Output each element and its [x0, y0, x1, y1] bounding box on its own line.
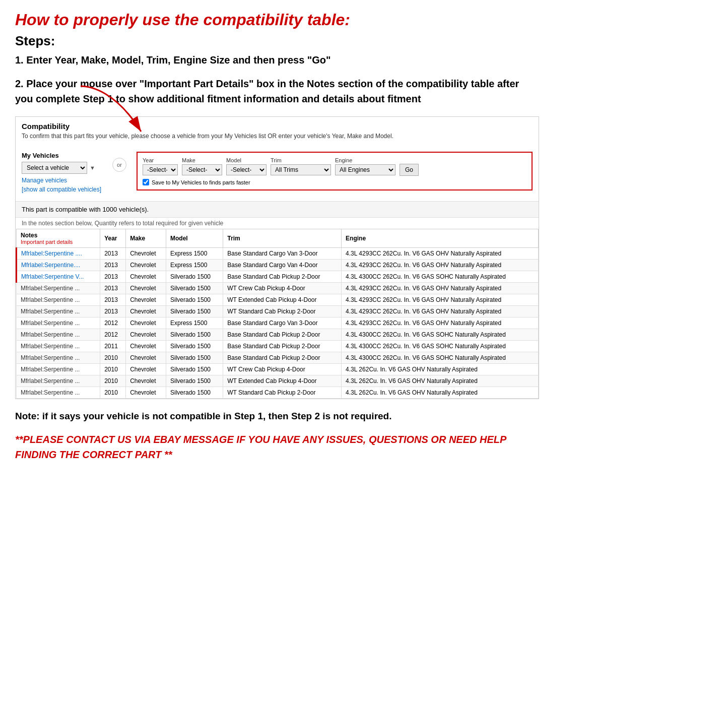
model-cell: Express 1500 — [166, 317, 223, 329]
dropdown-arrow-icon: ▼ — [90, 165, 95, 171]
compat-title: Compatibility — [22, 122, 533, 131]
make-header: Make — [126, 229, 166, 248]
trim-header: Trim — [223, 229, 342, 248]
trim-cell: Base Standard Cab Pickup 2-Door — [223, 352, 342, 364]
table-row: Mfrlabel:Serpentine V... 2013 Chevrolet … — [17, 271, 539, 283]
model-cell: Express 1500 — [166, 248, 223, 260]
compat-header: Compatibility To confirm that this part … — [16, 117, 539, 148]
make-cell: Chevrolet — [126, 294, 166, 306]
table-header-row: Notes Important part details Year Make M… — [17, 229, 539, 248]
engine-label: Engine — [335, 157, 395, 163]
engine-cell: 4.3L 4293CC 262Cu. In. V6 GAS OHV Natura… — [342, 248, 539, 260]
make-cell: Chevrolet — [126, 329, 166, 341]
trim-cell: WT Standard Cab Pickup 2-Door — [223, 387, 342, 399]
show-all-link[interactable]: [show all compatible vehicles] — [22, 186, 102, 193]
manage-vehicles-link[interactable]: Manage vehicles — [22, 177, 102, 184]
ymm-row: Year -Select- Make -Select- — [143, 157, 526, 176]
engine-cell: 4.3L 4300CC 262Cu. In. V6 GAS SOHC Natur… — [342, 352, 539, 364]
trim-cell: Base Standard Cargo Van 3-Door — [223, 248, 342, 260]
make-cell: Chevrolet — [126, 387, 166, 399]
make-cell: Chevrolet — [126, 271, 166, 283]
year-cell: 2011 — [100, 341, 126, 352]
save-checkbox[interactable] — [143, 179, 149, 185]
model-cell: Silverado 1500 — [166, 294, 223, 306]
model-cell: Silverado 1500 — [166, 364, 223, 375]
quantity-note: In the notes section below, Quantity ref… — [16, 218, 539, 229]
notes-subtext: Important part details — [21, 239, 96, 245]
year-field: Year -Select- — [143, 157, 178, 175]
vehicle-select[interactable]: Select a vehicle — [22, 162, 87, 174]
table-row: Mfrlabel:Serpentine ... 2013 Chevrolet S… — [17, 294, 539, 306]
year-cell: 2010 — [100, 352, 126, 364]
save-checkbox-row: Save to My Vehicles to finds parts faste… — [143, 179, 526, 185]
table-row: Mfrlabel:Serpentine ... 2012 Chevrolet S… — [17, 329, 539, 341]
engine-header: Engine — [342, 229, 539, 248]
engine-cell: 4.3L 4293CC 262Cu. In. V6 GAS OHV Natura… — [342, 317, 539, 329]
compatible-banner: This part is compatible with 1000 vehicl… — [16, 201, 539, 218]
model-field: Model -Select- — [226, 157, 267, 175]
trim-label: Trim — [271, 157, 331, 163]
year-cell: 2013 — [100, 260, 126, 271]
table-row: Mfrlabel:Serpentine ... 2013 Chevrolet S… — [17, 306, 539, 317]
engine-cell: 4.3L 4300CC 262Cu. In. V6 GAS SOHC Natur… — [342, 329, 539, 341]
trim-cell: Base Standard Cargo Van 4-Door — [223, 260, 342, 271]
make-label: Make — [182, 157, 222, 163]
year-select[interactable]: -Select- — [143, 164, 178, 175]
year-cell: 2012 — [100, 317, 126, 329]
engine-cell: 4.3L 4293CC 262Cu. In. V6 GAS OHV Natura… — [342, 283, 539, 294]
compatibility-container: Compatibility To confirm that this part … — [15, 116, 539, 399]
table-body: Mfrlabel:Serpentine .... 2013 Chevrolet … — [17, 248, 539, 399]
notes-cell: Mfrlabel:Serpentine ... — [17, 387, 100, 399]
year-cell: 2013 — [100, 283, 126, 294]
go-button[interactable]: Go — [400, 164, 419, 176]
engine-cell: 4.3L 4293CC 262Cu. In. V6 GAS OHV Natura… — [342, 294, 539, 306]
trim-cell: Base Standard Cargo Van 3-Door — [223, 317, 342, 329]
table-row: Mfrlabel:Serpentine ... 2010 Chevrolet S… — [17, 387, 539, 399]
engine-select[interactable]: All Engines — [335, 164, 395, 175]
engine-cell: 4.3L 4293CC 262Cu. In. V6 GAS OHV Natura… — [342, 260, 539, 271]
table-row: Mfrlabel:Serpentine.... 2013 Chevrolet E… — [17, 260, 539, 271]
notes-cell: Mfrlabel:Serpentine .... — [17, 248, 100, 260]
my-vehicles-label: My Vehicles — [22, 152, 102, 159]
engine-field: Engine All Engines — [335, 157, 395, 175]
make-cell: Chevrolet — [126, 341, 166, 352]
trim-cell: WT Crew Cab Pickup 4-Door — [223, 364, 342, 375]
notes-cell: Mfrlabel:Serpentine ... — [17, 352, 100, 364]
notes-cell: Mfrlabel:Serpentine ... — [17, 364, 100, 375]
page-wrapper: How to properly use the compatibility ta… — [15, 10, 539, 462]
model-select[interactable]: -Select- — [226, 164, 267, 175]
year-make-section: Year -Select- Make -Select- — [137, 152, 533, 190]
save-label: Save to My Vehicles to finds parts faste… — [152, 179, 250, 185]
engine-cell: 4.3L 262Cu. In. V6 GAS OHV Naturally Asp… — [342, 375, 539, 387]
notes-cell: Mfrlabel:Serpentine.... — [17, 260, 100, 271]
table-row: Mfrlabel:Serpentine ... 2010 Chevrolet S… — [17, 375, 539, 387]
notes-cell: Mfrlabel:Serpentine ... — [17, 341, 100, 352]
trim-cell: WT Standard Cab Pickup 2-Door — [223, 306, 342, 317]
notes-cell: Mfrlabel:Serpentine V... — [17, 271, 100, 283]
model-header: Model — [166, 229, 223, 248]
make-cell: Chevrolet — [126, 248, 166, 260]
notes-header: Notes Important part details — [17, 229, 100, 248]
table-row: Mfrlabel:Serpentine ... 2013 Chevrolet S… — [17, 283, 539, 294]
model-cell: Silverado 1500 — [166, 375, 223, 387]
compat-subtitle: To confirm that this part fits your vehi… — [22, 133, 533, 140]
trim-cell: WT Extended Cab Pickup 4-Door — [223, 294, 342, 306]
model-cell: Express 1500 — [166, 260, 223, 271]
model-cell: Silverado 1500 — [166, 283, 223, 294]
step2-text: 2. Place your mouse over "Important Part… — [15, 76, 539, 106]
make-cell: Chevrolet — [126, 317, 166, 329]
compat-body: My Vehicles Select a vehicle ▼ Manage ve… — [16, 148, 539, 197]
year-cell: 2013 — [100, 294, 126, 306]
year-cell: 2010 — [100, 387, 126, 399]
make-cell: Chevrolet — [126, 306, 166, 317]
make-cell: Chevrolet — [126, 283, 166, 294]
make-select[interactable]: -Select- — [182, 164, 222, 175]
year-header: Year — [100, 229, 126, 248]
year-cell: 2013 — [100, 306, 126, 317]
year-cell: 2013 — [100, 271, 126, 283]
model-cell: Silverado 1500 — [166, 341, 223, 352]
or-label: or — [112, 158, 126, 172]
trim-select[interactable]: All Trims — [271, 164, 331, 175]
notes-cell: Mfrlabel:Serpentine ... — [17, 283, 100, 294]
make-field: Make -Select- — [182, 157, 222, 175]
